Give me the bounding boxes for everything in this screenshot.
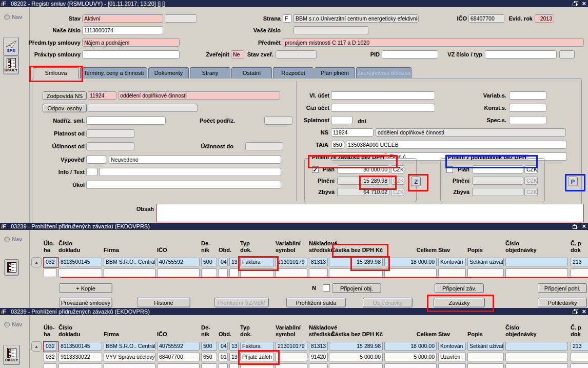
table-cell[interactable]: [505, 363, 568, 368]
table-cell[interactable]: [467, 268, 504, 277]
predmet-field[interactable]: pronájem místností C 117 a D 1020: [283, 38, 584, 47]
table-cell[interactable]: 9113330022: [58, 353, 102, 361]
pocet-podriz-field[interactable]: [264, 117, 292, 125]
table-cell[interactable]: 01: [219, 353, 228, 361]
obsah-field[interactable]: [156, 204, 584, 222]
restore-icon[interactable]: [573, 309, 578, 314]
table-cell[interactable]: BBM S.R.O.. Centrála: [104, 342, 155, 351]
table-cell[interactable]: 032: [44, 342, 57, 351]
table-cell[interactable]: 15 289.98: [329, 342, 383, 351]
table-cell[interactable]: Kontován: [438, 258, 466, 266]
table-cell[interactable]: 650: [201, 353, 217, 361]
pripojeni-obj-button[interactable]: Připojení obj.: [332, 283, 381, 293]
tab-dokumenty[interactable]: Dokumenty: [148, 67, 189, 79]
table-cell[interactable]: 18 000.00: [384, 258, 437, 266]
close-icon[interactable]: ×: [582, 1, 586, 7]
plan-czk-field[interactable]: CZK: [391, 165, 404, 173]
restore-icon[interactable]: [573, 1, 578, 6]
table-cell[interactable]: 032: [44, 353, 57, 361]
stav-extra-field[interactable]: [165, 14, 197, 23]
zodpovida-ns-name-field[interactable]: oddělení doplňkové činnosti: [118, 91, 280, 100]
predm-typ-field[interactable]: Nájem a podnájem: [82, 38, 180, 47]
zodpovida-ns-button[interactable]: Zodpovídá NS: [43, 91, 87, 100]
stav-zver-field[interactable]: [276, 50, 317, 59]
table-cell[interactable]: 5 000.00: [384, 353, 437, 361]
ns-name-field[interactable]: oddělení doplňkové činnosti: [376, 128, 566, 137]
table-cell[interactable]: [505, 268, 568, 277]
tab-ostatni[interactable]: Ostatní: [231, 67, 272, 79]
zverejnit-field[interactable]: Ne: [231, 50, 244, 59]
table-cell[interactable]: [329, 268, 383, 277]
vl-ucet-field[interactable]: [331, 91, 435, 100]
evid-rok-field[interactable]: 2013: [535, 14, 554, 23]
table-cell[interactable]: Uzavřen: [438, 353, 466, 361]
plneni-zavazky-field[interactable]: 15 289.98: [337, 177, 389, 185]
table-cell[interactable]: [505, 258, 568, 266]
table-cell[interactable]: [58, 268, 102, 277]
plneni-pohledavky-field[interactable]: [472, 177, 523, 185]
table-cell[interactable]: [201, 268, 217, 277]
info-text-field[interactable]: [99, 168, 281, 176]
odpov-osoby-field[interactable]: [88, 104, 198, 112]
sps-button[interactable]: SPS: [3, 37, 19, 56]
table-cell[interactable]: 04: [219, 258, 228, 266]
table-cell[interactable]: [384, 268, 437, 277]
strana-name-field[interactable]: BBM s.r.o Univerzitní centrum energetick…: [293, 14, 419, 23]
vz-typ-field[interactable]: [559, 50, 575, 59]
table-cell[interactable]: 15 289.98: [329, 258, 383, 266]
table-cell[interactable]: [438, 268, 466, 277]
tab-smlouva[interactable]: Smlouva: [33, 67, 79, 79]
table-cell[interactable]: 13: [229, 342, 239, 351]
close-icon[interactable]: ×: [582, 308, 586, 315]
table-cell[interactable]: [467, 353, 504, 361]
tab-terminy[interactable]: Termíny, ceny a činnosti: [80, 67, 147, 79]
ukoly-button[interactable]: ÚKOLY: [3, 56, 19, 74]
table-cell[interactable]: [219, 268, 228, 277]
vase-cislo-field[interactable]: [293, 26, 368, 34]
pid-field[interactable]: [382, 50, 438, 59]
table-cell[interactable]: BBM S.R.O.. Centrála: [104, 258, 155, 266]
table-cell[interactable]: [467, 363, 504, 368]
ico-field[interactable]: 68407700: [468, 14, 504, 23]
ukol-field[interactable]: [86, 181, 281, 189]
zodpovida-ns-code-field[interactable]: 11924: [88, 91, 116, 100]
pripojeni-pohl-button[interactable]: Připojení pohl.: [538, 283, 587, 293]
table-cell[interactable]: [104, 268, 155, 277]
n-checkbox[interactable]: [323, 284, 330, 292]
table-cell[interactable]: [229, 363, 239, 368]
table-cell[interactable]: [309, 363, 328, 368]
table-cell[interactable]: [276, 353, 307, 361]
table-cell[interactable]: [44, 363, 57, 368]
table-cell[interactable]: 213: [571, 258, 588, 266]
variab-field[interactable]: [509, 91, 546, 100]
table-cell[interactable]: [384, 363, 437, 368]
table-cell[interactable]: Kontován: [438, 342, 466, 351]
prav-typ-field[interactable]: [82, 50, 180, 59]
table-cell[interactable]: 13: [229, 353, 239, 361]
konst-field[interactable]: [509, 104, 546, 112]
table-cell[interactable]: 213010179: [276, 258, 307, 266]
close-icon[interactable]: ×: [582, 223, 586, 229]
tab-rozpocet[interactable]: Rozpočet: [273, 67, 313, 79]
odpov-osoby-button[interactable]: Odpov. osoby: [43, 104, 87, 112]
plan-zavazky-field[interactable]: 80 000.00: [337, 165, 389, 173]
table-cell[interactable]: 13: [229, 258, 239, 266]
nav-toggle[interactable]: Nav: [4, 14, 22, 20]
table-cell[interactable]: [571, 363, 588, 368]
nadriz-sml-field[interactable]: [86, 117, 166, 125]
historie-button[interactable]: Historie: [137, 298, 190, 307]
table-cell[interactable]: [44, 268, 57, 277]
table-cell[interactable]: 81313: [309, 258, 328, 266]
table-cell[interactable]: [276, 268, 307, 277]
table-cell[interactable]: 40755592: [157, 258, 200, 266]
vypoved-code-field[interactable]: [86, 156, 106, 164]
table-cell[interactable]: 213010179: [276, 342, 307, 351]
spec-field[interactable]: [509, 116, 546, 124]
plan-czk-field2[interactable]: CZK: [524, 165, 538, 173]
table-cell[interactable]: 5 000.00: [329, 353, 383, 361]
ucinnost-do-field[interactable]: [245, 142, 283, 150]
restore-icon[interactable]: [573, 224, 578, 229]
table-cell[interactable]: VYV Správa účelových z: [104, 353, 155, 361]
prohlizeni-salda-button[interactable]: Prohlížení salda: [286, 298, 346, 307]
liabilities-titlebar-2[interactable]: iF 03239 - Prohlížení přidružených závaz…: [0, 308, 588, 315]
